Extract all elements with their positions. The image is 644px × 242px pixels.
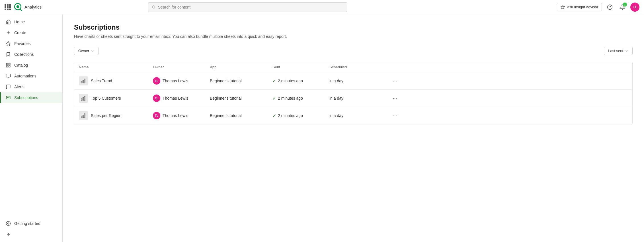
rocket-icon xyxy=(6,221,11,226)
header-scheduled: Scheduled xyxy=(329,65,386,69)
header-sent: Sent xyxy=(272,65,329,69)
svg-rect-10 xyxy=(9,63,10,65)
svg-rect-24 xyxy=(84,114,85,118)
main-layout: Home Create Favorites Collections Catalo… xyxy=(0,14,644,242)
owner-cell: TL Thomas Lewis xyxy=(153,95,210,102)
bookmark-icon xyxy=(6,52,11,57)
row-name-sales-trend: Sales Trend xyxy=(79,76,153,85)
header-app: App xyxy=(210,65,272,69)
more-actions-button[interactable]: ··· xyxy=(386,95,403,101)
app-cell: Beginner's tutorial xyxy=(210,79,272,83)
owner-cell: TL Thomas Lewis xyxy=(153,77,210,85)
bar-chart-icon xyxy=(81,113,86,118)
search-icon xyxy=(152,5,156,9)
sidebar-item-collections[interactable]: Collections xyxy=(0,49,62,60)
page-title: Subscriptions xyxy=(74,23,633,31)
sidebar-item-home[interactable]: Home xyxy=(0,17,62,27)
qlik-logo[interactable]: Analytics xyxy=(14,3,42,12)
page-description: Have charts or sheets sent straight to y… xyxy=(74,34,633,39)
star-icon xyxy=(6,41,11,46)
subscriptions-icon xyxy=(6,95,11,100)
more-actions-button[interactable]: ··· xyxy=(386,113,403,119)
svg-rect-13 xyxy=(6,74,11,77)
svg-rect-19 xyxy=(81,99,82,101)
owner-avatar: TL xyxy=(153,112,160,119)
svg-rect-20 xyxy=(83,98,84,101)
sidebar-item-catalog[interactable]: Catalog xyxy=(0,60,62,71)
svg-point-1 xyxy=(17,5,19,8)
app-cell: Beginner's tutorial xyxy=(210,113,272,118)
chart-icon xyxy=(79,111,88,120)
help-icon xyxy=(607,4,613,10)
app-cell: Beginner's tutorial xyxy=(210,96,272,101)
svg-rect-16 xyxy=(81,81,82,83)
sidebar-item-create[interactable]: Create xyxy=(0,27,62,38)
topbar-right: Ask Insight Advisor 1 TL xyxy=(557,3,639,12)
header-owner: Owner xyxy=(153,65,210,69)
chevron-down-icon xyxy=(91,49,94,53)
owner-filter-button[interactable]: Owner xyxy=(74,47,99,55)
table-header: Name Owner App Sent Scheduled xyxy=(74,62,632,72)
topbar-left: Analytics xyxy=(5,3,42,12)
collapse-icon xyxy=(6,232,11,237)
svg-marker-4 xyxy=(561,5,565,9)
sent-cell: ✓ 2 minutes ago xyxy=(272,113,329,118)
more-actions-button[interactable]: ··· xyxy=(386,78,403,84)
sidebar-item-getting-started[interactable]: Getting started xyxy=(0,218,62,229)
insight-icon xyxy=(561,5,565,9)
svg-line-2 xyxy=(20,9,22,11)
scheduled-cell: in a day xyxy=(329,113,386,118)
svg-rect-21 xyxy=(84,96,85,100)
insight-advisor-button[interactable]: Ask Insight Advisor xyxy=(557,3,602,11)
sidebar-item-automations[interactable]: Automations xyxy=(0,71,62,81)
notifications-button[interactable]: 1 xyxy=(618,3,627,12)
sent-check-icon: ✓ xyxy=(272,113,276,118)
table-row: Sales Trend TL Thomas Lewis Beginner's t… xyxy=(74,72,632,90)
avatar[interactable]: TL xyxy=(630,3,639,12)
home-icon xyxy=(6,19,11,24)
table-row: Top 5 Customers TL Thomas Lewis Beginner… xyxy=(74,90,632,107)
grid-menu-icon[interactable] xyxy=(5,4,11,10)
svg-rect-12 xyxy=(6,66,8,67)
automations-icon xyxy=(6,73,11,79)
svg-rect-18 xyxy=(84,79,85,83)
scheduled-cell: in a day xyxy=(329,79,386,83)
table-row: Sales per Region TL Thomas Lewis Beginne… xyxy=(74,107,632,124)
sidebar-item-subscriptions[interactable]: Subscriptions xyxy=(0,92,62,103)
chart-icon xyxy=(79,94,88,103)
svg-rect-23 xyxy=(83,115,84,118)
sidebar-item-favorites[interactable]: Favorites xyxy=(0,38,62,49)
alerts-icon xyxy=(6,84,11,89)
sidebar-item-alerts[interactable]: Alerts xyxy=(0,81,62,92)
help-button[interactable] xyxy=(605,3,614,12)
chart-icon xyxy=(79,76,88,85)
main-content: Subscriptions Have charts or sheets sent… xyxy=(63,14,644,242)
bar-chart-icon xyxy=(81,96,86,101)
svg-rect-11 xyxy=(9,66,10,67)
svg-marker-8 xyxy=(6,42,11,46)
subscriptions-table: Name Owner App Sent Scheduled Sales Tren… xyxy=(74,62,633,124)
sidebar-collapse-button[interactable] xyxy=(0,229,62,240)
svg-rect-22 xyxy=(81,116,82,118)
filter-left: Owner xyxy=(74,47,99,55)
svg-point-3 xyxy=(152,5,155,8)
owner-cell: TL Thomas Lewis xyxy=(153,112,210,119)
sent-cell: ✓ 2 minutes ago xyxy=(272,78,329,84)
search-input[interactable] xyxy=(158,5,344,9)
app-name: Analytics xyxy=(24,5,42,9)
search-bar[interactable] xyxy=(148,2,347,12)
sent-check-icon: ✓ xyxy=(272,78,276,84)
row-name-top5-customers: Top 5 Customers xyxy=(79,94,153,103)
header-name: Name xyxy=(79,65,153,69)
sidebar: Home Create Favorites Collections Catalo… xyxy=(0,14,63,242)
catalog-icon xyxy=(6,63,11,68)
topbar: Analytics Ask Insight Advisor 1 TL xyxy=(0,0,644,14)
sent-check-icon: ✓ xyxy=(272,96,276,101)
scheduled-cell: in a day xyxy=(329,96,386,101)
owner-avatar: TL xyxy=(153,77,160,85)
svg-rect-9 xyxy=(6,63,8,65)
sort-button[interactable]: Last sent xyxy=(604,47,633,55)
sort-chevron-icon xyxy=(625,49,628,53)
header-actions xyxy=(386,65,403,69)
notification-badge: 1 xyxy=(623,3,627,7)
